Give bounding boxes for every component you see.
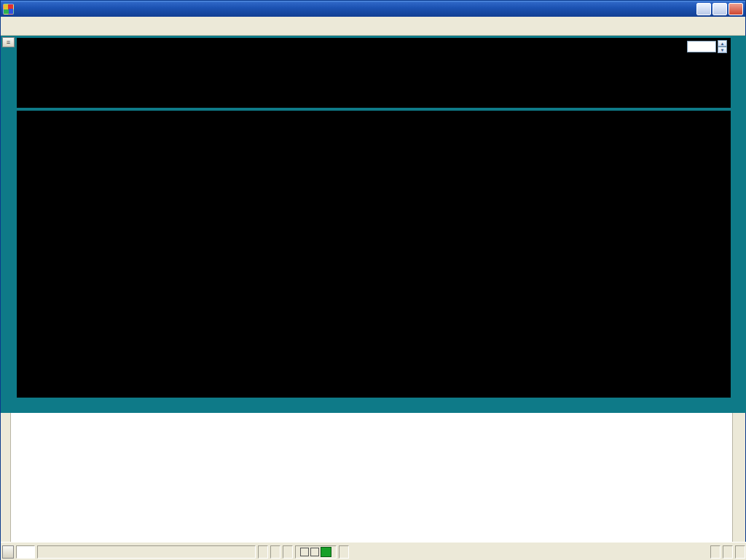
display-mode-icons <box>295 545 337 559</box>
overview-chart[interactable]: ▲▼ <box>17 38 731 108</box>
main-chart[interactable] <box>17 111 731 398</box>
app-window: ≡ ▲▼ <box>0 0 746 560</box>
results-table <box>11 413 734 542</box>
overlay-color-icon[interactable] <box>300 548 309 556</box>
app-icon <box>3 4 14 15</box>
restore-button[interactable] <box>712 3 727 15</box>
grip-icon[interactable]: ≡ <box>2 37 15 47</box>
right-tool-strip <box>731 36 746 399</box>
d-spacing-readout <box>270 545 280 559</box>
zoom-spinner[interactable]: ▲▼ <box>718 40 727 53</box>
hkl-toggle[interactable] <box>321 547 331 557</box>
intensity-readout <box>283 545 293 559</box>
close-button[interactable] <box>729 3 743 15</box>
row-shortcut-strip <box>1 413 11 542</box>
help-text <box>37 545 256 559</box>
log-status[interactable] <box>735 545 745 559</box>
pattern-color-icon[interactable] <box>310 548 319 556</box>
title-bar <box>1 1 745 17</box>
active-file <box>339 545 349 559</box>
zoom-scale-input[interactable] <box>687 41 716 52</box>
two-theta-readout <box>258 545 268 559</box>
page-number <box>16 545 35 559</box>
minimize-button[interactable] <box>696 3 711 15</box>
status-bar <box>1 542 746 560</box>
toolbar <box>1 17 745 36</box>
table-tool-strip <box>732 413 745 542</box>
zoom-control: ▲▼ <box>687 40 729 53</box>
chart-area: ≡ ▲▼ <box>1 36 746 413</box>
pdf-status[interactable] <box>710 545 721 559</box>
x-axis <box>1 399 746 413</box>
csd-status <box>723 545 733 559</box>
prev-page-button[interactable] <box>2 545 14 559</box>
left-axis-strip: ≡ <box>1 36 17 399</box>
